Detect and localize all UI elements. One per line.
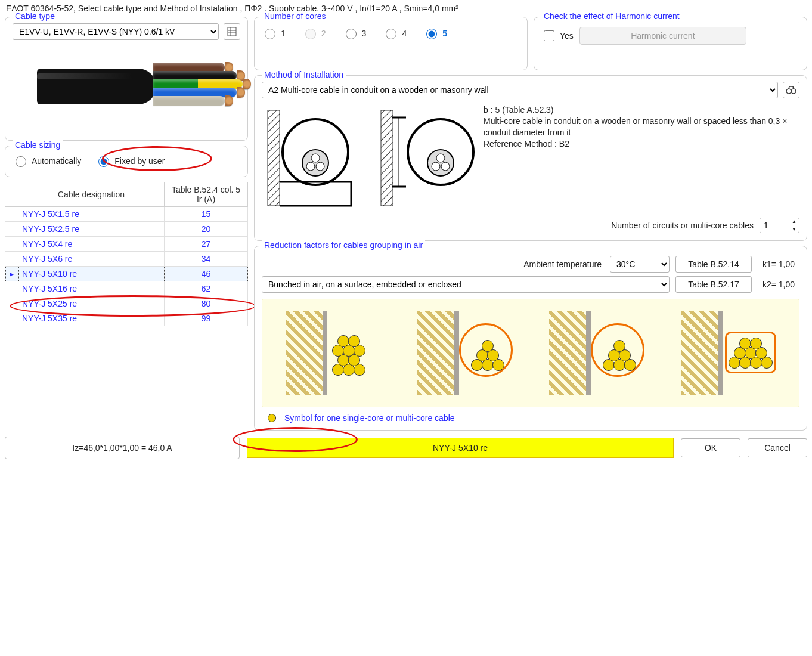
svg-point-11: [316, 162, 324, 171]
svg-point-18: [436, 154, 445, 162]
table-row[interactable]: NYY-J 5X25 re80: [5, 296, 248, 311]
method-diagram: [262, 104, 476, 212]
ok-button[interactable]: OK: [681, 438, 740, 457]
cable-type-label: Cable type: [13, 11, 57, 21]
circuits-stepper[interactable]: ▲▼: [760, 218, 799, 233]
cores-radio-4[interactable]: 4: [383, 27, 407, 39]
sizing-auto-label: Automatically: [32, 156, 81, 166]
svg-point-12: [311, 154, 320, 162]
cable-sizing-label: Cable sizing: [13, 140, 63, 150]
binoculars-icon[interactable]: [783, 82, 799, 98]
cable-type-select[interactable]: E1VV-U, E1VV-R, E1VV-S (NYY) 0.6/1 kV: [13, 23, 219, 40]
table-row[interactable]: ▸NYY-J 5X10 re46: [5, 267, 248, 281]
selected-cable-bar: NYY-J 5X10 re: [247, 438, 674, 458]
table-row[interactable]: NYY-J 5X6 re34: [5, 252, 248, 267]
legend-text: Symbol for one single-core or multi-core…: [284, 413, 455, 423]
k1-value: k1= 1,00: [758, 259, 799, 269]
cable-image: [13, 40, 240, 133]
cores-radio-1[interactable]: 1: [262, 27, 286, 39]
cable-table[interactable]: Cable designation Table B.52.4 col. 5 Ir…: [5, 182, 248, 326]
reduction-label: Reduction factors for cables grouping in…: [262, 240, 425, 250]
k2-value: k2= 1,00: [758, 280, 799, 289]
grouping-table-button[interactable]: Table B.52.17: [675, 276, 752, 293]
table-row[interactable]: NYY-J 5X1.5 re15: [5, 207, 248, 222]
svg-point-4: [786, 89, 791, 94]
cores-radio-5[interactable]: 5: [423, 27, 447, 39]
sizing-auto-radio[interactable]: Automatically: [13, 154, 81, 167]
reduction-group: Reduction factors for cables grouping in…: [254, 246, 807, 431]
iz-result: Iz=46,0*1,00*1,00 = 46,0 A: [5, 437, 240, 459]
th-ir: Table B.52.4 col. 5 Ir (A): [165, 182, 248, 207]
svg-point-17: [441, 162, 450, 171]
method-label: Method of Installation: [262, 70, 346, 79]
th-designation: Cable designation: [18, 182, 165, 207]
cable-catalog-icon[interactable]: [224, 23, 240, 40]
svg-point-16: [432, 162, 440, 171]
svg-point-10: [306, 162, 315, 171]
circuits-label: Number of circuits or multi-core cables: [611, 221, 754, 230]
harmonic-checkbox[interactable]: Yes: [541, 29, 574, 43]
sizing-fixed-radio[interactable]: Fixed by user: [95, 154, 165, 167]
arrangement-images: [262, 299, 799, 407]
temp-label: Ambient temperature: [262, 259, 604, 269]
cores-radio-3[interactable]: 3: [343, 27, 367, 39]
legend-dot-icon: [268, 414, 276, 422]
harmonic-group: Check the effect of Harmonic current Yes…: [534, 17, 807, 70]
cancel-button[interactable]: Cancel: [748, 438, 807, 457]
svg-rect-13: [381, 110, 393, 206]
cores-radio-2[interactable]: 2: [302, 27, 326, 39]
harmonic-current-button: Harmonic current: [579, 27, 746, 45]
svg-rect-7: [268, 110, 280, 206]
chevron-up-icon[interactable]: ▲: [789, 218, 799, 225]
window-title: ΕΛΟΤ 60364-5-52, Select cable type and M…: [0, 0, 812, 17]
cable-sizing-group: Cable sizing Automatically Fixed by user: [5, 146, 248, 177]
method-group: Method of Installation A2 Multi-core cab…: [254, 75, 807, 241]
cable-type-group: Cable type E1VV-U, E1VV-R, E1VV-S (NYY) …: [5, 17, 248, 141]
temp-table-button[interactable]: Table B.52.14: [675, 256, 752, 273]
harmonic-yes-label: Yes: [560, 31, 574, 41]
sizing-fixed-label: Fixed by user: [114, 156, 165, 166]
table-row[interactable]: NYY-J 5X35 re99: [5, 311, 248, 326]
method-select[interactable]: A2 Multi-core cable in conduit on a wood…: [262, 82, 778, 98]
svg-rect-0: [228, 27, 236, 36]
svg-point-5: [791, 89, 796, 94]
temp-select[interactable]: 30°C: [610, 256, 670, 273]
harmonic-label: Check the effect of Harmonic current: [541, 11, 682, 21]
table-row[interactable]: NYY-J 5X4 re27: [5, 237, 248, 252]
grouping-select[interactable]: Bunched in air, on a surface, embedded o…: [262, 276, 670, 293]
method-description: b : 5 (Table A.52.3) Multi-core cable in…: [484, 104, 799, 150]
chevron-down-icon[interactable]: ▼: [789, 225, 799, 233]
table-row[interactable]: NYY-J 5X16 re62: [5, 281, 248, 296]
cores-label: Number of cores: [262, 11, 328, 21]
table-row[interactable]: NYY-J 5X2.5 re20: [5, 222, 248, 237]
cores-group: Number of cores 12345: [254, 17, 528, 70]
